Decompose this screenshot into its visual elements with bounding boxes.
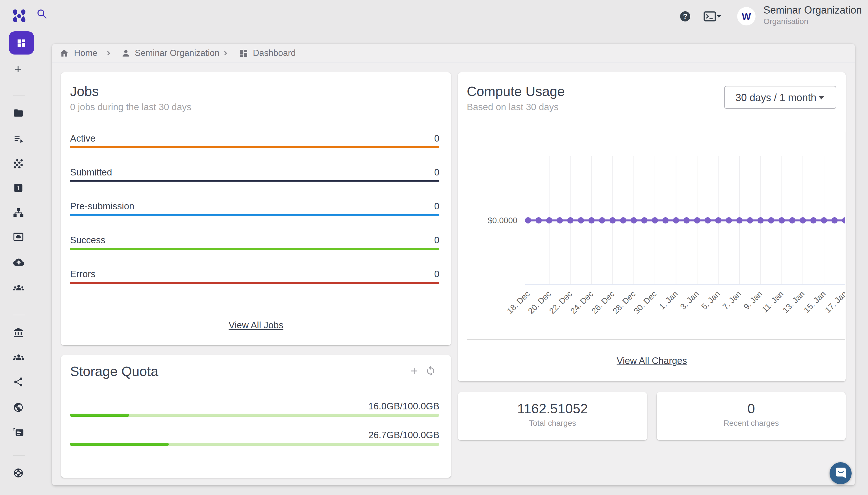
svg-text:22. Dec: 22. Dec [548, 289, 574, 315]
svg-text:26. Dec: 26. Dec [590, 289, 616, 315]
svg-text:17. Jan: 17. Jan [823, 289, 846, 315]
svg-text:18. Dec: 18. Dec [505, 289, 531, 315]
svg-text:11. Jan: 11. Jan [760, 289, 785, 314]
svg-text:1. Jan: 1. Jan [657, 289, 679, 311]
svg-text:15. Jan: 15. Jan [802, 289, 828, 315]
svg-text:$0.0000: $0.0000 [488, 216, 517, 225]
svg-text:30. Dec: 30. Dec [632, 289, 658, 315]
svg-text:13. Jan: 13. Jan [781, 289, 806, 315]
svg-text:24. Dec: 24. Dec [568, 289, 595, 315]
svg-text:7. Jan: 7. Jan [721, 289, 743, 311]
svg-text:5. Jan: 5. Jan [700, 289, 722, 311]
svg-text:20. Dec: 20. Dec [526, 289, 553, 315]
svg-text:28. Dec: 28. Dec [611, 289, 637, 315]
svg-text:3. Jan: 3. Jan [678, 289, 700, 311]
